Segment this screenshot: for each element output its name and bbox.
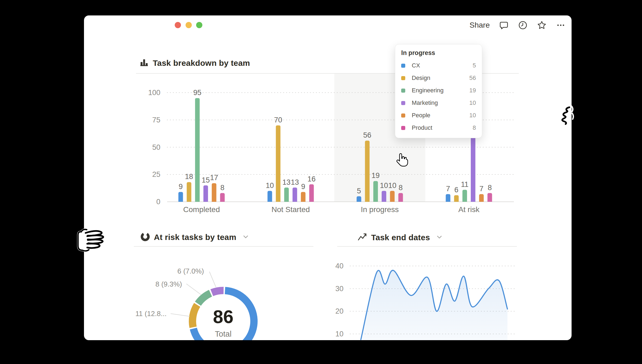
bar-marketing[interactable] — [293, 188, 297, 204]
tooltip-row: CX5 — [401, 59, 476, 72]
bar-people[interactable] — [301, 192, 306, 204]
tooltip-row: Marketing10 — [401, 97, 476, 109]
trend-line[interactable] — [361, 270, 507, 340]
bar-value-label: 7 — [479, 185, 484, 193]
y-axis-tick-label: 30 — [335, 285, 343, 293]
bar-people[interactable] — [212, 183, 216, 204]
bar-design[interactable] — [365, 141, 369, 204]
comment-icon[interactable] — [499, 20, 509, 30]
donut-callout-label: 6 (7.0%) — [134, 267, 204, 275]
x-axis-category-label: Not Started — [271, 205, 310, 214]
donut-chart-header: At risk tasks by team — [140, 232, 249, 243]
bar-value-label: 10 — [388, 181, 396, 190]
bar-design[interactable] — [276, 125, 280, 204]
bar-cx[interactable] — [268, 191, 272, 204]
bar-value-label: 7 — [446, 185, 450, 193]
series-color-swatch — [401, 89, 405, 93]
chart-tooltip: In progress CX5Design56Engineering19Mark… — [395, 44, 482, 138]
tooltip-row-label: People — [412, 112, 469, 119]
line-chart-header: Task end dates — [357, 232, 443, 243]
bar-design[interactable] — [454, 195, 459, 204]
tooltip-row-label: Design — [412, 74, 469, 82]
callout-leader-line — [171, 314, 190, 316]
series-color-swatch — [401, 76, 405, 80]
donut-chart-icon — [140, 232, 150, 243]
bar-chart-header: Task breakdown by team — [139, 58, 250, 69]
app-window: Share — [84, 15, 572, 340]
history-clock-icon[interactable] — [518, 20, 528, 30]
donut-slice[interactable] — [210, 287, 224, 296]
bar-cx[interactable] — [357, 196, 361, 204]
line-chart-title: Task end dates — [371, 233, 430, 242]
toolbar: Share — [469, 19, 566, 31]
share-button[interactable]: Share — [469, 21, 490, 30]
tooltip-rows: CX5Design56Engineering19Marketing10Peopl… — [401, 59, 476, 134]
bar-product[interactable] — [309, 184, 314, 204]
window-close-button[interactable] — [175, 22, 181, 28]
y-axis-tick-label: 100 — [148, 89, 160, 97]
bar-value-label: 8 — [488, 184, 492, 192]
bar-value-label: 9 — [179, 183, 183, 191]
bar-engineering[interactable] — [462, 190, 467, 204]
line-section-divider — [337, 246, 517, 247]
tooltip-row: Design56 — [401, 72, 476, 84]
series-color-swatch — [401, 101, 405, 105]
donut-section-divider — [134, 246, 313, 247]
bar-value-label: 9 — [301, 183, 305, 191]
tooltip-row-value: 5 — [473, 62, 476, 69]
window-minimize-button[interactable] — [186, 22, 192, 28]
y-axis-tick-label: 10 — [335, 330, 343, 338]
bar-product[interactable] — [398, 193, 403, 204]
callout-leader-line — [209, 272, 216, 287]
chevron-down-icon[interactable] — [436, 233, 443, 242]
bar-marketing[interactable] — [203, 186, 208, 204]
star-icon[interactable] — [537, 20, 547, 30]
bar-value-label: 10 — [380, 181, 388, 190]
y-axis-tick-label: 50 — [152, 143, 160, 151]
tooltip-row-label: Engineering — [412, 87, 469, 94]
tooltip-row: Product8 — [401, 122, 476, 134]
bar-value-label: 10 — [266, 181, 274, 190]
area-fill — [361, 270, 507, 340]
tooltip-row-value: 19 — [469, 87, 476, 94]
tooltip-row-label: CX — [412, 62, 473, 69]
bar-product[interactable] — [488, 193, 492, 204]
bar-cx[interactable] — [179, 192, 183, 204]
tooltip-row: People10 — [401, 109, 476, 122]
bar-marketing[interactable] — [382, 191, 386, 204]
tooltip-row-value: 56 — [469, 74, 476, 82]
donut-callout-label: 11 (12.8... — [96, 310, 167, 318]
bar-marketing[interactable] — [471, 136, 475, 204]
bar-value-label: 6 — [454, 186, 458, 194]
bar-engineering[interactable] — [284, 188, 289, 204]
x-axis-category-label: At risk — [458, 205, 480, 214]
window-zoom-button[interactable] — [196, 22, 202, 28]
bar-design[interactable] — [187, 182, 191, 204]
more-ellipsis-icon[interactable] — [556, 20, 566, 30]
bar-cx[interactable] — [446, 194, 450, 204]
y-axis-tick-label: 0 — [156, 198, 160, 206]
bar-people[interactable] — [479, 194, 484, 204]
bar-value-label: 13 — [283, 178, 291, 186]
series-color-swatch — [401, 64, 405, 68]
screen: Share — [0, 0, 642, 364]
donut-center: 86 Total — [196, 307, 250, 339]
chevron-down-icon[interactable] — [242, 233, 249, 241]
bar-chart-icon — [139, 58, 149, 69]
bar-value-label: 18 — [185, 173, 193, 181]
donut-chart-title: At risk tasks by team — [154, 233, 236, 242]
bar-product[interactable] — [220, 193, 225, 204]
y-axis-tick-label: 20 — [335, 307, 343, 315]
bar-value-label: 19 — [372, 171, 380, 180]
bar-engineering[interactable] — [373, 181, 378, 204]
donut-slice[interactable] — [195, 290, 212, 306]
y-axis-tick-label: 40 — [335, 262, 343, 270]
bar-value-label: 5 — [357, 187, 361, 195]
tooltip-row-label: Product — [412, 124, 473, 131]
callout-leader-line — [186, 284, 201, 295]
bar-value-label: 16 — [307, 175, 316, 183]
bar-people[interactable] — [390, 191, 395, 204]
x-axis-category-label: In progress — [361, 205, 399, 214]
bar-chart-title: Task breakdown by team — [153, 58, 250, 68]
bar-engineering[interactable] — [195, 98, 200, 204]
